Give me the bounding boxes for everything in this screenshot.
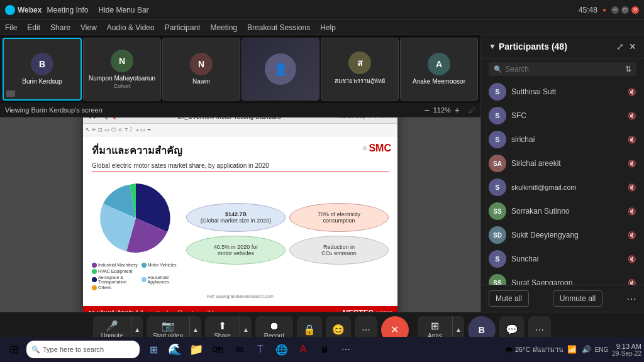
- menu-bar: File Edit Share View Audio & Video Parti…: [0, 20, 644, 35]
- search-input[interactable]: [505, 65, 623, 74]
- participants-close-button[interactable]: ✕: [629, 41, 636, 52]
- tool-shapes[interactable]: ⬡: [111, 127, 116, 133]
- volume-icon[interactable]: 🔊: [582, 345, 591, 354]
- taskbar-app-calculator[interactable]: 🖩: [314, 339, 335, 359]
- thumbnail-anake[interactable]: A Anake Meemoosor: [400, 38, 478, 101]
- thumbnail-numpon[interactable]: N Numpon Mahayotsanun Cohort: [83, 38, 161, 101]
- clock: 45:48: [579, 6, 597, 14]
- pres-more-btn[interactable]: ⋯: [387, 118, 394, 121]
- menu-meeting[interactable]: Meeting: [210, 23, 237, 32]
- participant-avatar: SS: [489, 274, 506, 285]
- taskbar-app-edge[interactable]: 🌊: [165, 339, 185, 359]
- menu-edit[interactable]: Edit: [27, 23, 40, 32]
- menu-audio-video[interactable]: Audio & Video: [107, 23, 155, 32]
- pres-share-btn[interactable]: ↑: [375, 118, 378, 119]
- taskbar-app-acrobat[interactable]: A: [293, 339, 313, 359]
- taskbar-app-mail[interactable]: ✉: [229, 339, 249, 359]
- tool-highlight[interactable]: ▭: [104, 127, 109, 133]
- legend-label-household: Household Appliances: [148, 275, 180, 284]
- zoom-out-button[interactable]: −: [424, 105, 429, 115]
- participant-item[interactable]: S Sunchai 🔇: [481, 247, 644, 271]
- menu-file[interactable]: File: [5, 23, 17, 32]
- pres-icon-bookmark[interactable]: 🔖: [110, 118, 117, 119]
- taskbar-date: 29-Sep-22: [612, 350, 641, 357]
- tool-minimize[interactable]: ▭: [140, 127, 145, 133]
- legend-label-aerospace: Aerospace & Transportation: [98, 275, 139, 284]
- sort-icon[interactable]: ⇅: [625, 65, 631, 74]
- taskbar-pinned-apps: ⊞ 🌊 📁 🛍 ✉ T 🌐 A 🖩 ⋯: [143, 339, 356, 359]
- tool-text[interactable]: T: [125, 127, 128, 133]
- menu-share[interactable]: Share: [50, 23, 70, 32]
- main-content: B Burin Kerdsup N Numpon Mahayotsanun Co…: [0, 35, 644, 312]
- legend-label-hvac: HVAC Equipment: [98, 269, 132, 273]
- taskbar-search[interactable]: 🔍 Type here to search: [26, 341, 140, 358]
- menu-participant[interactable]: Participant: [165, 23, 201, 32]
- participant-item[interactable]: SA Sirichai areekit 🔇: [481, 151, 644, 175]
- menu-view[interactable]: View: [80, 23, 97, 32]
- video-area: B Burin Kerdsup N Numpon Mahayotsanun Co…: [0, 35, 480, 312]
- participants-more-options[interactable]: ⋯: [626, 293, 636, 305]
- close-button[interactable]: ✕: [631, 6, 639, 14]
- thumbnail-burin[interactable]: B Burin Kerdsup: [3, 38, 82, 101]
- taskbar-app-teams[interactable]: T: [250, 339, 270, 359]
- tool-dot[interactable]: •: [136, 127, 138, 133]
- pres-date: Thu 29 Sep: [336, 118, 366, 119]
- participant-item[interactable]: S SFC 🔇: [481, 104, 644, 128]
- recording-indicator: ●: [602, 6, 606, 13]
- legend-dot-others: [92, 285, 97, 290]
- legend-label-motor: Motor Vehicles: [148, 263, 177, 267]
- zoom-in-button[interactable]: +: [455, 105, 460, 115]
- taskbar-search-icon: 🔍: [31, 346, 40, 354]
- unmute-all-button[interactable]: Unmute all: [553, 290, 602, 307]
- chart-container: Industrial Machinery Motor Vehicles HVAC…: [92, 177, 389, 290]
- participant-item[interactable]: S sirichai 🔇: [481, 128, 644, 151]
- participant-item[interactable]: SS Surat Saengaroon 🔇: [481, 271, 644, 285]
- tool-upload[interactable]: ⤴: [130, 127, 132, 133]
- taskbar-clock[interactable]: 9:13 AM 29-Sep-22: [612, 343, 641, 357]
- participant-item[interactable]: SS Sorrakan Sutinno 🔇: [481, 199, 644, 223]
- pres-refresh[interactable]: ⟳: [368, 118, 373, 119]
- start-button[interactable]: ⊞: [3, 338, 25, 361]
- participants-footer: Mute all Unmute all ⋯: [481, 285, 644, 312]
- maximize-button[interactable]: □: [621, 6, 629, 14]
- legend-others: Others: [92, 285, 111, 290]
- participant-name: Sutthinai Sutt: [511, 87, 623, 96]
- thumbnail-video[interactable]: 👤: [242, 38, 319, 101]
- weather-text: 26°C ฝนมานาน: [515, 344, 564, 355]
- taskbar-app-task-view[interactable]: ⊞: [143, 339, 164, 359]
- tool-emoji[interactable]: ☺: [118, 127, 123, 133]
- taskbar-app-explorer[interactable]: 📁: [186, 339, 206, 359]
- tool-pen2[interactable]: ✒: [147, 127, 152, 133]
- pres-nav-back[interactable]: ◀: [87, 118, 91, 119]
- participants-panel: ▼ Participants (48) ⤢ ✕ 🔍 ⇅ S Sutthinai …: [480, 35, 644, 312]
- meeting-info-button[interactable]: Meeting Info: [47, 6, 88, 14]
- participant-item[interactable]: S skulkmitl@gmail.com 🔇: [481, 175, 644, 199]
- taskbar-app-more[interactable]: ⋯: [336, 339, 356, 359]
- thumbnail-somchai[interactable]: ส สมชาย พรราษฎิพัทย์: [321, 38, 399, 101]
- pres-icon-share[interactable]: ↑: [119, 118, 123, 119]
- thumbnail-nawin[interactable]: N Nawin: [162, 38, 240, 101]
- network-icon[interactable]: 📶: [567, 345, 577, 354]
- minimize-button[interactable]: ─: [611, 6, 619, 14]
- taskbar-app-store[interactable]: 🛍: [208, 339, 228, 359]
- hide-menu-button[interactable]: Hide Menu Bar: [99, 6, 149, 14]
- system-tray: 📶 🔊: [567, 345, 591, 354]
- taskbar-weather[interactable]: 🌧 26°C ฝนมานาน: [504, 344, 564, 355]
- participant-item[interactable]: SD Sukit Deeyiengyang 🔇: [481, 223, 644, 247]
- participant-item[interactable]: S Sutthinai Sutt 🔇: [481, 80, 644, 104]
- pres-close-btn[interactable]: ✕: [379, 118, 385, 121]
- top-bar-left: Webex Meeting Info Hide Menu Bar: [5, 5, 149, 15]
- pie-chart: Industrial Machinery Motor Vehicles HVAC…: [92, 177, 180, 290]
- menu-breakout[interactable]: Breakout Sessions: [247, 23, 310, 32]
- mute-all-button[interactable]: Mute all: [489, 290, 529, 307]
- tool-pen[interactable]: ✏: [92, 127, 96, 133]
- tool-cursor[interactable]: ↖: [86, 127, 90, 133]
- participants-collapse-icon[interactable]: ▼: [489, 42, 496, 51]
- menu-help[interactable]: Help: [320, 23, 336, 32]
- pres-icon-search[interactable]: 🔍: [101, 118, 108, 119]
- pres-nav-fwd[interactable]: ▶: [94, 118, 98, 119]
- participants-expand-button[interactable]: ⤢: [616, 41, 624, 52]
- windows-icon: ⊞: [9, 343, 19, 356]
- taskbar-app-chrome[interactable]: 🌐: [272, 339, 292, 359]
- tool-eraser[interactable]: ◻: [98, 127, 103, 133]
